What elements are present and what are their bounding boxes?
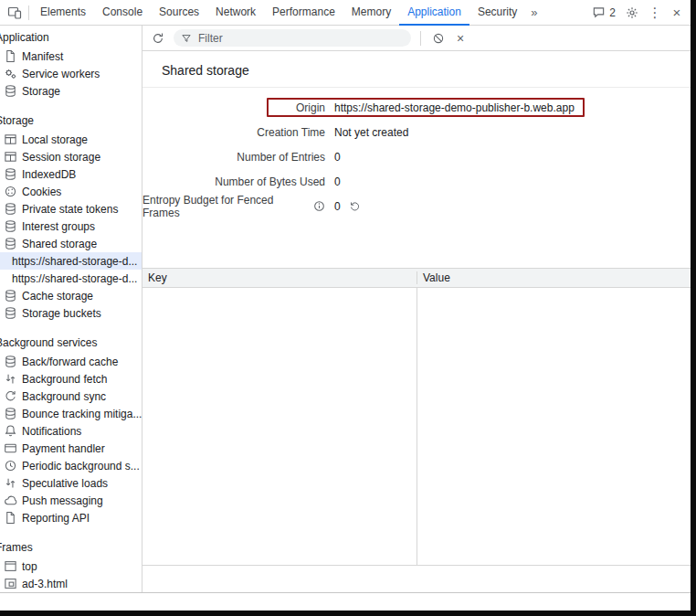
sidebar-item-background-fetch[interactable]: Background fetch [0,370,142,388]
sidebar-item-cookies[interactable]: Cookies [0,183,142,200]
sidebar-item-label: Private state tokens [22,203,118,216]
console-messages-button[interactable]: 2 [588,5,619,19]
tab-memory[interactable]: Memory [343,0,399,26]
sidebar-item-top[interactable]: top [0,558,142,575]
detail-row-origin: Originhttps://shared-storage-demo-publis… [142,95,691,120]
iframe-icon [4,577,17,590]
detail-value: 0 [334,151,341,164]
sidebar-item-label: Storage [22,85,60,98]
database-icon [4,202,17,216]
sidebar-item-session-storage[interactable]: Session storage [0,148,142,165]
sidebar-item-https-shared-storage-d[interactable]: https://shared-storage-d... [0,270,142,287]
table-header-key: Key [142,271,417,284]
table-header-row: Key Value [142,269,691,288]
database-icon [4,306,17,320]
info-icon[interactable] [313,200,325,212]
sidebar-item-shared-storage[interactable]: Shared storage [0,235,142,252]
detail-label: Origin [142,101,325,114]
toolbar-divider [420,31,421,46]
console-count-icon [592,5,606,19]
sidebar-section-header-background-services: Background services [0,334,142,353]
sidebar-item-background-sync[interactable]: Background sync [0,388,142,405]
tab-application[interactable]: Application [399,0,469,26]
detail-label-text: Number of Bytes Used [215,175,325,188]
sidebar-item-notifications[interactable]: Notifications [0,422,142,440]
sidebar-item-reporting-api[interactable]: Reporting API [0,509,142,526]
sidebar-item-label: Shared storage [22,238,97,250]
service-worker-icon [4,67,17,80]
sidebar-item-speculative-loads[interactable]: Speculative loads [0,474,142,492]
sidebar-item-label: Session storage [22,151,100,164]
sidebar-item-https-shared-storage-d[interactable]: https://shared-storage-d... [0,252,142,270]
bell-icon [4,424,17,438]
sidebar-item-back-forward-cache[interactable]: Back/forward cache [0,353,142,370]
sidebar-item-bounce-tracking-mitiga[interactable]: Bounce tracking mitiga... [0,405,142,422]
sidebar-item-label: Payment handler [22,442,105,455]
sidebar-item-interest-groups[interactable]: Interest groups [0,218,142,235]
sidebar-item-cache-storage[interactable]: Cache storage [0,287,142,304]
tab-console[interactable]: Console [94,0,151,26]
tab-performance[interactable]: Performance [264,0,343,26]
tab-network[interactable]: Network [207,0,264,26]
sidebar-section-header-frames: Frames [0,538,142,558]
sidebar-item-ad-3-html[interactable]: ad-3.html [0,575,142,592]
sidebar-item-service-workers[interactable]: Service workers [0,65,142,82]
detail-value: Not yet created [334,126,408,139]
sync-icon [4,389,17,403]
settings-gear-icon[interactable] [621,2,643,24]
database-icon [4,237,17,250]
table-body [142,288,691,565]
detail-row-number-of-entries: Number of Entries0 [142,144,691,169]
close-devtools-icon[interactable]: × [667,5,687,20]
sidebar-tree: ApplicationManifestService workersStorag… [0,28,142,592]
reset-icon[interactable] [349,200,361,212]
sidebar-item-label: Background sync [22,390,106,403]
block-icon[interactable] [430,30,447,47]
sidebar-item-push-messaging[interactable]: Push messaging [0,492,142,509]
filter-box[interactable] [174,29,411,47]
database-icon [4,84,17,98]
fetch-icon [4,476,17,490]
fetch-icon [4,372,17,386]
sidebar-item-private-state-tokens[interactable]: Private state tokens [0,200,142,218]
sidebar-item-label: Manifest [22,50,63,63]
detail-label: Creation Time [142,126,325,139]
sidebar-item-storage-buckets[interactable]: Storage buckets [0,304,142,322]
more-options-icon[interactable]: ⋮ [645,5,665,21]
detail-row-entropy-budget-for-fenced-frames: Entropy Budget for Fenced Frames0 [142,194,691,218]
sidebar-item-label: Reporting API [22,512,90,525]
refresh-icon[interactable] [150,30,166,47]
filter-funnel-icon [181,33,192,44]
tab-elements[interactable]: Elements [32,0,94,26]
tab-security[interactable]: Security [469,0,525,26]
filter-input[interactable] [196,31,404,46]
sidebar-item-label: IndexedDB [22,168,76,181]
database-icon [4,407,17,420]
sidebar-item-indexeddb[interactable]: IndexedDB [0,165,142,183]
sidebar-item-label: Storage buckets [22,307,101,320]
page-title: Shared storage [142,51,691,88]
detail-value: 0 [334,200,361,213]
table-header-value: Value [417,271,691,284]
close-icon[interactable]: × [454,31,467,46]
sidebar-section-storage: StorageLocal storageSession storageIndex… [0,112,142,322]
database-icon [4,167,17,181]
window-edge-bottom [0,611,696,616]
sidebar-item-label: Service workers [22,68,100,80]
tab-sources[interactable]: Sources [151,0,207,26]
sidebar-item-label: Interest groups [22,220,95,233]
sidebar-item-label: Notifications [22,425,81,438]
document-icon [4,49,17,63]
more-tabs-button[interactable]: » [525,5,543,19]
sidebar-item-periodic-background-s[interactable]: Periodic background s... [0,457,142,474]
sidebar-section-background-services: Background servicesBack/forward cacheBac… [0,334,142,526]
sidebar-item-manifest[interactable]: Manifest [0,48,142,65]
card-icon [4,441,17,455]
detail-label: Entropy Budget for Fenced Frames [142,194,325,219]
sidebar-item-payment-handler[interactable]: Payment handler [0,440,142,457]
sidebar-item-storage[interactable]: Storage [0,82,142,100]
sidebar-section-frames: Framestopad-3.html [0,538,142,592]
cloud-icon [4,494,17,507]
sidebar-item-local-storage[interactable]: Local storage [0,131,142,148]
device-toolbar-icon[interactable] [4,2,26,24]
